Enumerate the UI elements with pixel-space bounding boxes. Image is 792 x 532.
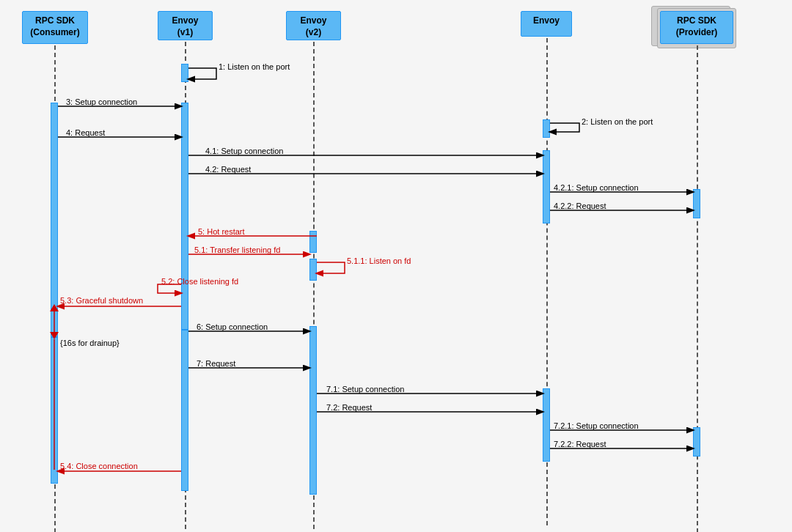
label-msg42: 4.2: Request	[205, 165, 251, 174]
label-msg51: 5.1: Transfer listening fd	[194, 245, 280, 254]
label-msg511: 5.1.1: Listen on fd	[347, 256, 411, 265]
label-msg421: 4.2.1: Setup connection	[554, 183, 639, 192]
label-msg722: 7.2.2: Request	[554, 440, 606, 448]
actor-envoy-v1: Envoy(v1)	[158, 11, 213, 40]
label-msg53: 5.3: Graceful shutdown	[60, 296, 143, 305]
label-msg1: 1: Listen on the port	[219, 62, 290, 71]
label-msg721: 7.2.1: Setup connection	[554, 421, 639, 430]
actor-envoy-provider: Envoy	[521, 11, 572, 37]
label-msg3: 3: Setup connection	[66, 97, 137, 106]
actor-rpc-consumer: RPC SDK (Consumer)	[22, 11, 88, 44]
label-msg6: 6: Setup connection	[197, 322, 268, 331]
label-drain: {16s for drainup}	[60, 339, 120, 347]
label-msg422: 4.2.2: Request	[554, 202, 606, 210]
arrows-svg	[0, 0, 792, 532]
actor-rpc-provider: RPC SDK(Provider)	[660, 11, 733, 44]
actor-envoy-v2: Envoy(v2)	[286, 11, 341, 40]
label-msg2: 2: Listen on the port	[582, 117, 653, 126]
sequence-diagram: RPC SDK (Consumer) Envoy(v1) Envoy(v2) E…	[0, 0, 792, 532]
svg-marker-11	[50, 332, 59, 339]
svg-marker-10	[50, 304, 59, 311]
label-msg72: 7.2: Request	[326, 403, 372, 412]
label-msg41: 4.1: Setup connection	[205, 147, 283, 155]
label-msg5: 5: Hot restart	[198, 227, 245, 236]
label-msg7: 7: Request	[197, 359, 235, 368]
label-msg54: 5.4: Close connection	[60, 462, 138, 470]
label-msg71: 7.1: Setup connection	[326, 385, 404, 394]
label-msg4: 4: Request	[66, 128, 105, 137]
label-msg52: 5.2: Close listening fd	[161, 277, 238, 286]
